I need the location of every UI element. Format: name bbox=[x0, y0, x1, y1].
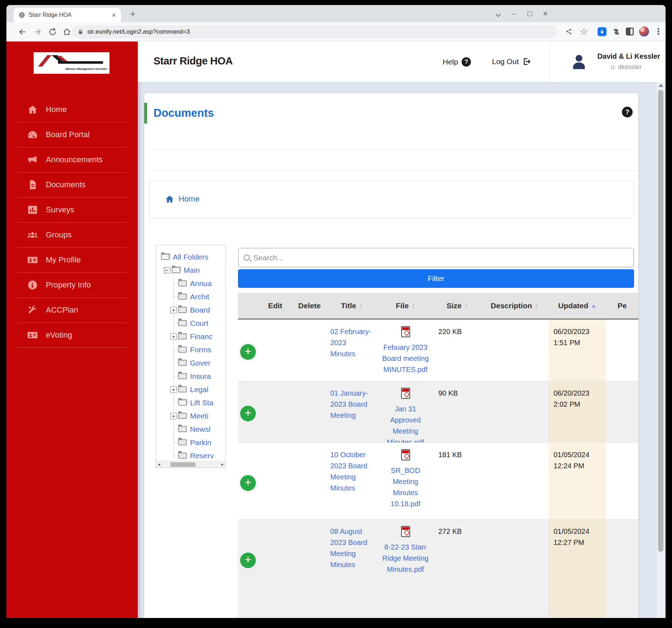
tree-item-insurance[interactable]: Insura bbox=[156, 369, 225, 383]
lock-icon bbox=[77, 29, 84, 35]
card-help-icon[interactable]: ? bbox=[622, 107, 633, 117]
scroll-left-arrow-icon[interactable]: ◂ bbox=[158, 462, 160, 467]
scroll-right-arrow-icon[interactable]: ▸ bbox=[221, 462, 224, 467]
user-info[interactable]: David & Li Kessler u: dkessler bbox=[592, 52, 660, 71]
sidebar-item-my-profile[interactable]: My Profile bbox=[6, 247, 138, 272]
scrollbar-up-arrow-icon[interactable] bbox=[658, 83, 663, 87]
scrollbar-thumb[interactable] bbox=[658, 90, 663, 552]
bookmark-star-icon[interactable]: ☆ bbox=[578, 26, 590, 37]
tree-item-newsletter[interactable]: Newsl bbox=[156, 422, 225, 436]
company-logo[interactable]: Mission Management Services bbox=[34, 52, 109, 74]
column-header-size[interactable]: Size▲▼ bbox=[434, 293, 481, 319]
sidebar-item-evoting[interactable]: eVoting bbox=[6, 323, 138, 348]
expand-row-button[interactable]: + bbox=[240, 406, 256, 421]
tree-item-main[interactable]: − Main bbox=[156, 264, 225, 277]
document-file-link[interactable]: 8-22-23 Starr Ridge Meeting Minutes.pdf bbox=[377, 520, 434, 618]
tree-item-lift-station[interactable]: Lift Sta bbox=[156, 396, 225, 409]
tree-scrollbar-thumb[interactable] bbox=[170, 462, 195, 467]
home-nav-icon[interactable] bbox=[61, 26, 73, 38]
help-link[interactable]: Help ? bbox=[443, 57, 471, 67]
page-scrollbar[interactable] bbox=[656, 82, 665, 618]
document-title-link[interactable]: 10 October 2023 Board Meeting Minutes bbox=[327, 443, 377, 519]
tree-item-legal[interactable]: + Legal bbox=[156, 383, 225, 396]
expand-row-button[interactable]: + bbox=[240, 475, 256, 491]
back-icon[interactable] bbox=[16, 26, 29, 38]
tree-item-governing[interactable]: Gover bbox=[156, 356, 225, 369]
delete-cell bbox=[292, 381, 327, 443]
tree-horizontal-scrollbar[interactable]: ◂ ▸ bbox=[156, 461, 225, 468]
sidebar-item-board-portal[interactable]: Board Portal bbox=[6, 122, 138, 147]
new-tab-button[interactable]: + bbox=[128, 9, 137, 19]
tree-item-all-folders[interactable]: All Folders bbox=[156, 250, 225, 264]
open-folder-icon bbox=[178, 400, 187, 406]
document-title-link[interactable]: 01 January-2023 Board Meeting bbox=[327, 381, 377, 443]
sidebar-item-home[interactable]: Home bbox=[6, 97, 138, 122]
table-row: + 01 January-2023 Board Meeting Jan 31 A… bbox=[238, 381, 638, 443]
folder-icon bbox=[178, 347, 187, 353]
password-extension-icon[interactable] bbox=[596, 26, 608, 37]
tree-item-meetings[interactable]: + Meeti bbox=[156, 409, 225, 422]
file-size: 181 KB bbox=[434, 443, 481, 519]
window-close-icon[interactable]: × bbox=[537, 9, 553, 19]
browser-menu-dots-icon[interactable]: ⋮ bbox=[653, 26, 664, 37]
expand-plus-icon[interactable]: + bbox=[170, 333, 177, 340]
document-file-link[interactable]: Jan 31 Approved Meeting Minutes.pdf bbox=[377, 381, 434, 443]
column-header-description[interactable]: Description▲▼ bbox=[481, 293, 549, 319]
search-input[interactable]: Search... bbox=[238, 248, 634, 267]
tree-item-court[interactable]: Court bbox=[156, 317, 225, 330]
column-header-updated[interactable]: Updated▲ bbox=[549, 293, 606, 319]
sidebar-item-accplan[interactable]: ACCPlan bbox=[6, 298, 138, 323]
expand-plus-icon[interactable]: + bbox=[170, 413, 177, 419]
sidebar-item-surveys[interactable]: Surveys bbox=[6, 197, 138, 222]
tree-item-architectural[interactable]: Archit bbox=[156, 290, 225, 303]
document-title-link[interactable]: 02 February-2023 Minutes bbox=[327, 320, 377, 381]
expand-plus-icon[interactable]: + bbox=[170, 307, 177, 313]
collapse-minus-icon[interactable]: − bbox=[164, 267, 170, 274]
column-header-file[interactable]: File▲▼ bbox=[377, 293, 434, 319]
permissions-cell bbox=[606, 520, 638, 618]
tree-label: Annua bbox=[190, 279, 212, 288]
sidebar-item-announcements[interactable]: Announcements bbox=[6, 147, 138, 172]
expand-plus-icon[interactable]: + bbox=[170, 386, 177, 393]
filter-button[interactable]: Filter bbox=[238, 269, 634, 288]
tab-close-icon[interactable]: × bbox=[112, 11, 116, 19]
tree-item-annual[interactable]: Annua bbox=[156, 277, 225, 290]
updated-cell: 01/05/202412:24 PM bbox=[549, 443, 606, 519]
tree-item-board[interactable]: + Board bbox=[156, 303, 225, 317]
url-bar[interactable]: str.eunify.net/Login2.asp?command=3 bbox=[72, 25, 557, 38]
id-card-icon bbox=[27, 255, 38, 265]
column-header-permissions[interactable]: Pe bbox=[606, 293, 638, 319]
tree-item-parking[interactable]: Parkin bbox=[156, 436, 225, 449]
expand-row-button[interactable]: + bbox=[240, 344, 256, 360]
profile-avatar-icon[interactable] bbox=[638, 26, 650, 37]
logout-link[interactable]: Log Out bbox=[492, 57, 531, 66]
document-file-link[interactable]: SR_BOD Meeting Minutes 10.18.pdf bbox=[377, 443, 434, 519]
sidebar-item-property-info[interactable]: Property Info bbox=[6, 272, 138, 298]
browser-tab[interactable]: Starr Ridge HOA × bbox=[14, 8, 121, 22]
reload-icon[interactable] bbox=[47, 26, 59, 38]
column-header-delete[interactable]: Delete bbox=[292, 293, 327, 319]
tree-label: All Folders bbox=[173, 253, 208, 261]
document-file-link[interactable]: Febuary 2023 Board meeting MINUTES.pdf bbox=[377, 320, 434, 381]
breadcrumb-home-link[interactable]: Home bbox=[165, 194, 200, 204]
tree-label: Financ bbox=[190, 332, 213, 341]
extensions-puzzle-icon[interactable] bbox=[610, 26, 622, 37]
column-header-edit[interactable]: Edit bbox=[258, 293, 292, 319]
site-header: Starr Ridge HOA Help ? Log Out bbox=[138, 42, 666, 82]
tree-item-forms[interactable]: Forms bbox=[156, 343, 225, 356]
user-avatar-icon[interactable] bbox=[569, 52, 589, 72]
window-minimize-icon[interactable]: – bbox=[506, 10, 522, 18]
document-title-link[interactable]: 08 August 2023 Board Meeting Minutes bbox=[327, 520, 377, 618]
tree-item-reserve[interactable]: Reserv bbox=[156, 449, 225, 462]
sidebar-item-documents[interactable]: Documents bbox=[6, 172, 138, 197]
share-icon[interactable] bbox=[563, 26, 575, 37]
side-panel-icon[interactable] bbox=[624, 26, 636, 37]
expand-row-button[interactable]: + bbox=[240, 552, 256, 568]
window-menu-chevron-icon[interactable] bbox=[490, 10, 506, 18]
sidebar-item-groups[interactable]: Groups bbox=[6, 222, 138, 247]
tree-label: Newsl bbox=[190, 425, 210, 434]
window-maximize-icon[interactable] bbox=[522, 10, 537, 18]
tree-item-financial[interactable]: + Financ bbox=[156, 330, 225, 343]
column-header-title[interactable]: Title▲▼ bbox=[327, 293, 377, 319]
forward-icon[interactable] bbox=[31, 26, 44, 38]
